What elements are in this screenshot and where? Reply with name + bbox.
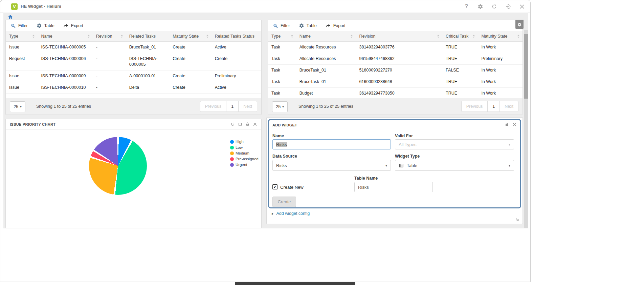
reload-icon[interactable] — [230, 122, 235, 126]
add-widget-panel: ADD WIDGET Name Risks Valid For All Type… — [266, 117, 523, 224]
refresh-icon[interactable] — [491, 4, 497, 9]
column-header[interactable]: Revision — [93, 31, 126, 42]
next-page-button[interactable]: Next — [499, 101, 518, 112]
export-button[interactable]: Export — [326, 23, 346, 28]
table-row[interactable]: IssueISS-TECHNIA-0000010-DeltaCreateActi… — [6, 82, 261, 94]
column-header[interactable]: Name — [38, 31, 92, 42]
help-icon[interactable]: ? — [464, 4, 469, 9]
data-source-select[interactable]: Risks ▾ — [272, 160, 391, 171]
issues-table-widget: Filter Table Export TypeNameRevisionRela… — [5, 20, 262, 115]
create-button[interactable]: Create — [272, 197, 296, 207]
table-cell: ISS-TECHNIA-0000005 — [38, 42, 92, 53]
add-widget-dialog: ADD WIDGET Name Risks Valid For All Type… — [268, 119, 521, 208]
legend-item[interactable]: Pre-assigned — [230, 157, 259, 161]
table-row[interactable]: TaskBruceTask_0151600090227270FALSEIn Wo… — [268, 65, 523, 76]
table-row[interactable]: TaskBudget361493294773850TRUEIn Work — [268, 88, 523, 99]
column-header[interactable]: Maturity State — [478, 31, 523, 42]
column-header[interactable]: Revision — [356, 31, 442, 42]
close-icon[interactable] — [512, 122, 517, 127]
add-widget-config-link: Add widget config — [276, 211, 310, 216]
dialog-title: ADD WIDGET — [272, 123, 297, 127]
close-icon[interactable] — [519, 4, 525, 9]
table-cell: FALSE — [442, 65, 478, 76]
previous-page-button[interactable]: Previous — [200, 101, 227, 112]
data-table: TypeNameRevisionRelated TasksMaturity St… — [6, 31, 261, 94]
vertical-scrollbar[interactable] — [524, 30, 528, 228]
showing-entries-text: Showing 1 to 25 of 25 entries — [36, 98, 91, 115]
table-cell: Delta — [126, 82, 169, 94]
chevron-down-icon: ▾ — [509, 143, 510, 146]
page-size-select[interactable]: 25▾ — [10, 101, 25, 112]
legend-label: Medium — [236, 151, 249, 155]
table-settings-button[interactable]: Table — [299, 23, 317, 28]
lock-icon[interactable] — [245, 122, 250, 126]
legend-item[interactable]: Low — [230, 145, 259, 149]
table-cell: Budget — [296, 88, 356, 99]
table-row[interactable]: IssueISS-TECHNIA-0000009-A-0000100-01Cre… — [6, 70, 261, 82]
table-cell: TRUE — [442, 42, 478, 53]
column-header[interactable]: Related Tasks Status — [212, 31, 261, 42]
table-cell: 961598447468362 — [356, 53, 442, 65]
sort-icon — [516, 34, 520, 38]
showing-entries-text: Showing 1 to 25 of 25 entries — [298, 98, 353, 115]
settings-gear-icon[interactable] — [478, 4, 483, 9]
pie-chart[interactable] — [89, 137, 147, 195]
next-page-button[interactable]: Next — [238, 101, 257, 112]
maximize-icon[interactable] — [238, 122, 242, 126]
legend-label: Urgent — [236, 163, 247, 167]
scrollbar-thumb[interactable] — [524, 34, 528, 99]
column-header[interactable]: Maturity State — [169, 31, 212, 42]
column-header[interactable]: Type — [6, 31, 38, 42]
lock-icon[interactable] — [505, 122, 509, 127]
sort-icon — [87, 34, 91, 38]
valid-for-select[interactable]: All Types ▾ — [395, 139, 514, 149]
table-cell: ISS-TECHNIA-0000009 — [38, 70, 92, 82]
table-toolbar: Filter Table Export — [6, 20, 261, 31]
name-label: Name — [272, 134, 284, 138]
legend-item[interactable]: Medium — [230, 151, 259, 155]
add-widget-config-toggle[interactable]: ▸ Add widget config — [272, 211, 310, 216]
table-row[interactable]: IssueISS-TECHNIA-0000005-BruceTask_01Cre… — [6, 42, 261, 53]
table-cell: ISS-TECHNIA- 0000005 — [126, 53, 169, 70]
export-button[interactable]: Export — [63, 23, 83, 28]
create-new-checkbox[interactable]: ✔ — [272, 184, 277, 189]
column-header[interactable]: Name — [296, 31, 356, 42]
table-cell: Active — [212, 82, 261, 94]
column-header[interactable]: Type — [268, 31, 296, 42]
table-cell: BruceTask_01 — [126, 42, 169, 53]
close-icon[interactable] — [253, 122, 257, 126]
table-settings-button[interactable]: Table — [37, 23, 54, 28]
table-name-input[interactable]: Risks — [354, 182, 433, 192]
logo-letter: V — [13, 4, 16, 9]
column-header[interactable]: Related Tasks — [126, 31, 169, 42]
legend-item[interactable]: High — [230, 140, 259, 144]
sort-icon — [290, 34, 294, 38]
search-icon — [273, 23, 278, 28]
name-input[interactable]: Risks — [272, 139, 391, 149]
sort-icon — [350, 34, 354, 38]
filter-button[interactable]: Filter — [273, 23, 290, 28]
table-name-value: Risks — [358, 185, 369, 190]
previous-page-button[interactable]: Previous — [461, 101, 488, 112]
sign-out-icon[interactable] — [505, 4, 511, 9]
table-cell: Allocate Resources — [296, 42, 356, 53]
resize-handle-icon[interactable] — [514, 217, 520, 222]
table-cell: In Work — [478, 76, 523, 88]
filter-button[interactable]: Filter — [10, 23, 28, 28]
page-size-select[interactable]: 25▾ — [272, 101, 288, 112]
widget-type-select[interactable]: Table ▾ — [395, 160, 514, 171]
title-bar: V HE Widget - Helium ? — [0, 0, 530, 13]
page-number-button[interactable]: 1 — [226, 101, 239, 112]
chart-title: ISSUE PRIORITY CHART — [10, 122, 55, 126]
table-cell: Task — [268, 88, 296, 99]
table-row[interactable]: RequestISS-TECHNIA-0000006-ISS-TECHNIA- … — [6, 53, 261, 70]
table-row[interactable]: TaskBruceTask_0161600090238648TRUEIn Wor… — [268, 76, 523, 88]
table-footer: 25▾ Showing 1 to 25 of 25 entries Previo… — [268, 98, 523, 115]
column-header[interactable]: Critical Task — [442, 31, 478, 42]
home-icon[interactable] — [8, 14, 13, 19]
table-row[interactable]: TaskAllocate Resources961598447468362TRU… — [268, 53, 523, 65]
page-number-button[interactable]: 1 — [487, 101, 500, 112]
table-row[interactable]: TaskAllocate Resources381493294803776TRU… — [268, 42, 523, 53]
legend-item[interactable]: Urgent — [230, 163, 259, 167]
widget-settings-tab[interactable] — [515, 20, 524, 29]
